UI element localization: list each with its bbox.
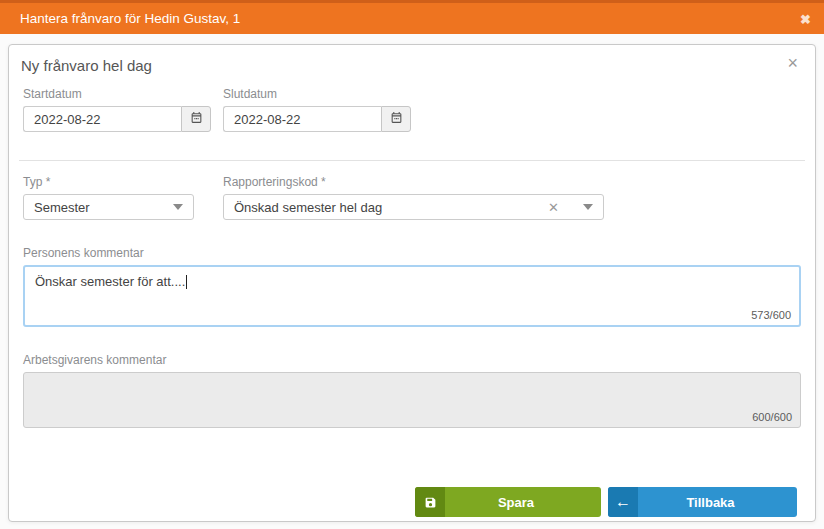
panel-close-icon[interactable]: ×	[787, 54, 798, 72]
rapporteringskod-selected-value: Önskad semester hel dag	[234, 200, 548, 215]
startdatum-input-group	[23, 106, 211, 132]
dialog-titlebar: Hantera frånvaro för Hedin Gustav, 1 ✖	[0, 0, 824, 34]
spara-button-label: Spara	[445, 487, 601, 517]
personens-kommentar-text: Önskar semester för att....	[35, 274, 185, 289]
typ-field: Typ * Semester	[23, 175, 194, 220]
personens-kommentar-counter: 573/600	[751, 309, 791, 321]
arbetsgivarens-kommentar-label: Arbetsgivarens kommentar	[23, 353, 801, 367]
rapporteringskod-label: Rapporteringskod *	[223, 175, 604, 189]
slutdatum-field: Slutdatum	[223, 87, 411, 132]
slutdatum-label: Slutdatum	[223, 87, 411, 101]
close-icon[interactable]: ✖	[800, 12, 811, 25]
startdatum-calendar-button[interactable]	[181, 106, 211, 132]
calendar-icon	[190, 111, 203, 127]
startdatum-input[interactable]	[23, 106, 181, 132]
slutdatum-input-group	[223, 106, 411, 132]
tillbaka-button[interactable]: ← Tillbaka	[608, 487, 797, 517]
date-row: Startdatum Slutdatum	[23, 87, 801, 132]
slutdatum-input[interactable]	[223, 106, 381, 132]
typ-selected-value: Semester	[34, 200, 165, 215]
chevron-down-icon[interactable]	[583, 204, 593, 210]
clear-icon[interactable]: ✕	[548, 200, 559, 215]
calendar-icon	[390, 111, 403, 127]
section-divider	[19, 160, 805, 161]
startdatum-label: Startdatum	[23, 87, 211, 101]
tillbaka-button-label: Tillbaka	[638, 487, 797, 517]
select-row: Typ * Semester Rapporteringskod * Önskad…	[23, 175, 801, 220]
startdatum-field: Startdatum	[23, 87, 211, 132]
panel-title: Ny frånvaro hel dag	[21, 57, 152, 74]
arbetsgivarens-kommentar-counter: 600/600	[752, 411, 792, 423]
absence-form-panel: Ny frånvaro hel dag × Startdatum Slutdat…	[8, 44, 816, 522]
slutdatum-calendar-button[interactable]	[381, 106, 411, 132]
personens-kommentar-textarea[interactable]: Önskar semester för att.... 573/600	[23, 265, 801, 327]
panel-header: Ny frånvaro hel dag ×	[9, 45, 815, 75]
personens-kommentar-label: Personens kommentar	[23, 246, 801, 260]
dialog-title: Hantera frånvaro för Hedin Gustav, 1	[0, 11, 240, 26]
save-icon	[415, 487, 445, 517]
chevron-down-icon[interactable]	[173, 204, 183, 210]
rapporteringskod-select[interactable]: Önskad semester hel dag ✕	[223, 194, 604, 220]
arbetsgivarens-kommentar-textarea: 600/600	[23, 372, 801, 428]
text-caret	[186, 275, 187, 289]
absence-form: Startdatum Slutdatum	[9, 87, 815, 428]
arrow-left-icon: ←	[608, 487, 638, 517]
typ-label: Typ *	[23, 175, 194, 189]
typ-select[interactable]: Semester	[23, 194, 194, 220]
rapporteringskod-field: Rapporteringskod * Önskad semester hel d…	[223, 175, 604, 220]
spara-button[interactable]: Spara	[415, 487, 601, 517]
